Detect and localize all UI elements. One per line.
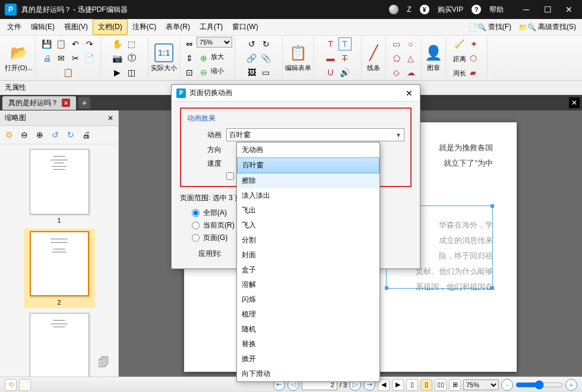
sb-tool1-icon[interactable]: ⟲ (5, 379, 17, 391)
zoom-status-select[interactable]: 75% (463, 380, 499, 390)
zoom-in-icon[interactable]: ⊕ (197, 52, 210, 65)
open-icon[interactable]: 📂 (10, 43, 29, 62)
zoom-in-status-button[interactable]: + (565, 379, 577, 391)
cloud-icon[interactable]: ☁ (404, 66, 417, 79)
stamp-icon[interactable]: 👤 (424, 43, 443, 62)
circle-icon[interactable]: ○ (404, 37, 417, 50)
thumbnail-item[interactable]: ▬▬▬▬▬▬▬▬▬▬▬▬▬▬▬▬▬ 3 (24, 313, 95, 377)
dropdown-item[interactable]: 掀开 (237, 352, 379, 366)
dropdown-item[interactable]: 百叶窗 (237, 157, 379, 173)
dropdown-item[interactable]: 随机 (237, 322, 379, 337)
undo-icon[interactable]: ↶ (69, 37, 82, 50)
menu-comment[interactable]: 注释(C) (128, 20, 162, 34)
range-all-radio[interactable] (192, 209, 200, 217)
rotate-cw-icon[interactable]: ↻ (64, 128, 77, 141)
advanced-find-button[interactable]: 📁🔍 高级查找(S) (515, 21, 580, 33)
thumbnails-list[interactable]: ▬▬▬▬▬▬▬▬▬▬▬▬▬▬▬▬▬▬▬▬▬▬▬▬▬▬▬ 1 ▬▬▬▬▬▬▬▬▬▬… (0, 144, 118, 377)
area-icon[interactable]: ▰ (467, 66, 480, 79)
thumbnail-item[interactable]: ▬▬▬▬▬▬▬▬▬▬▬▬▬▬▬▬▬▬▬▬▬▬▬▬▬▬▬ 1 (24, 149, 95, 224)
maximize-button[interactable]: ☐ (539, 2, 556, 17)
menu-document[interactable]: 文档(D) (93, 19, 128, 35)
dropdown-item[interactable]: 溶解 (237, 277, 379, 292)
rotate-right-icon[interactable]: ↻ (260, 37, 273, 50)
print-icon[interactable]: 🖨 (40, 52, 53, 65)
single-page-icon[interactable]: ▯ (406, 379, 418, 391)
print-thumb-icon[interactable]: 🖨 (80, 128, 93, 141)
star-icon[interactable]: ✦ (467, 37, 480, 50)
line-icon[interactable]: ╱ (364, 43, 383, 62)
highlight-icon[interactable]: ▬ (324, 52, 337, 65)
underline-icon[interactable]: U (324, 66, 337, 79)
paste-icon[interactable]: 📋 (62, 66, 75, 79)
dropdown-item[interactable]: 擦除 (237, 173, 379, 188)
facing-page-icon[interactable]: ▯▯ (435, 379, 447, 391)
text-edit-icon[interactable]: T (324, 37, 337, 50)
thumbnail-item[interactable]: ▬▬▬▬▬▬▬▬▬▬▬▬▬▬▬▬▬▬▬▬▬▬▬▬▬ 2 (24, 229, 95, 308)
image-icon[interactable]: 🖼 (245, 66, 258, 79)
strikethrough-icon[interactable]: T̶ (339, 52, 352, 65)
crop-icon[interactable]: ◫ (125, 66, 138, 79)
dialog-titlebar[interactable]: P 页面切换动画 ✕ (172, 85, 420, 102)
dropdown-item[interactable]: 飞入 (237, 218, 379, 233)
nav-fwd-button[interactable]: ▶ (392, 379, 404, 391)
camera-icon[interactable]: 📷 (111, 52, 124, 65)
dropdown-item[interactable]: 梳理 (237, 307, 379, 322)
link-icon[interactable]: 🔗 (245, 52, 258, 65)
pointer-icon[interactable]: ▶ (111, 66, 124, 79)
fit-width-icon[interactable]: ⇔ (183, 37, 196, 50)
resize-handle[interactable] (491, 204, 494, 208)
perimeter-label[interactable]: 周长 (453, 69, 466, 78)
menu-tools[interactable]: 工具(T) (195, 20, 227, 34)
dropdown-item[interactable]: 向下滑动 (237, 366, 379, 381)
polygon-icon[interactable]: ⬠ (390, 52, 403, 65)
buy-vip-link[interactable]: 购买VIP (438, 5, 463, 15)
tab-close-icon[interactable]: ✕ (62, 99, 70, 107)
animation-dropdown-list[interactable]: 无动画 百叶窗 擦除 淡入淡出 飞出 飞入 分割 封面 盒子 溶解 闪烁 梳理 … (236, 142, 380, 382)
dropdown-item[interactable]: 盒子 (237, 263, 379, 277)
sidebar-close-icon[interactable]: ✕ (107, 114, 113, 122)
dialog-close-button[interactable]: ✕ (403, 87, 415, 99)
zoom-slider[interactable] (515, 380, 563, 390)
fit-height-icon[interactable]: ⇕ (183, 52, 196, 65)
rotate-ccw-icon[interactable]: ↺ (49, 128, 62, 141)
zoom-out-icon[interactable]: ⊖ (197, 66, 210, 79)
dropdown-item[interactable]: 封面 (237, 248, 379, 263)
menu-window[interactable]: 窗口(W) (227, 20, 262, 34)
thumb-zoom-out-icon[interactable]: ⊖ (18, 128, 31, 141)
page-icon[interactable]: ▭ (260, 66, 273, 79)
email-icon[interactable]: ✉ (55, 52, 68, 65)
menu-form[interactable]: 表单(R) (161, 20, 195, 34)
range-pages-radio[interactable] (192, 234, 200, 242)
rotate-left-icon[interactable]: ↺ (245, 37, 258, 50)
dropdown-item[interactable]: 分割 (237, 233, 379, 248)
speaker-icon[interactable]: 🔊 (339, 66, 352, 79)
text-select-icon[interactable]: Ⓣ (125, 52, 138, 65)
minimize-button[interactable]: ─ (518, 2, 534, 17)
menu-view[interactable]: 视图(V) (59, 20, 93, 34)
triangle-icon[interactable]: △ (404, 52, 417, 65)
dropdown-item[interactable]: 替换 (237, 337, 379, 352)
edit-form-icon[interactable]: 📋 (289, 43, 308, 62)
menu-edit[interactable]: 编辑(E) (26, 20, 59, 34)
user-label[interactable]: Z (407, 5, 411, 14)
document-tab[interactable]: 真的是好运吗？ ✕ (2, 96, 76, 110)
dropdown-item[interactable]: 飞出 (237, 203, 379, 218)
add-tab-button[interactable]: + (78, 97, 90, 109)
resize-handle[interactable] (385, 286, 388, 290)
sb-tool2-icon[interactable]: ⬚ (19, 379, 31, 391)
text-box-icon[interactable]: T (339, 37, 352, 50)
menu-file[interactable]: 文件 (2, 20, 26, 34)
cut-icon[interactable]: ✂ (69, 52, 82, 65)
resize-handle[interactable] (491, 286, 494, 290)
animation-combo[interactable]: 百叶窗 ▼ (226, 128, 404, 141)
zoom-out-status-button[interactable]: − (501, 379, 513, 391)
globe-icon[interactable] (389, 5, 398, 14)
dropdown-item[interactable]: 淡入淡出 (237, 188, 379, 203)
fit-page-icon[interactable]: ⊡ (183, 66, 196, 79)
save-as-icon[interactable]: 📋 (55, 37, 68, 50)
tabbar-close-icon[interactable]: ✕ (569, 97, 580, 108)
attachment-icon[interactable]: 📎 (260, 52, 273, 65)
redo-icon[interactable]: ↷ (83, 37, 96, 50)
range-current-radio[interactable] (192, 222, 200, 229)
hand-icon[interactable]: ✋ (111, 37, 124, 50)
